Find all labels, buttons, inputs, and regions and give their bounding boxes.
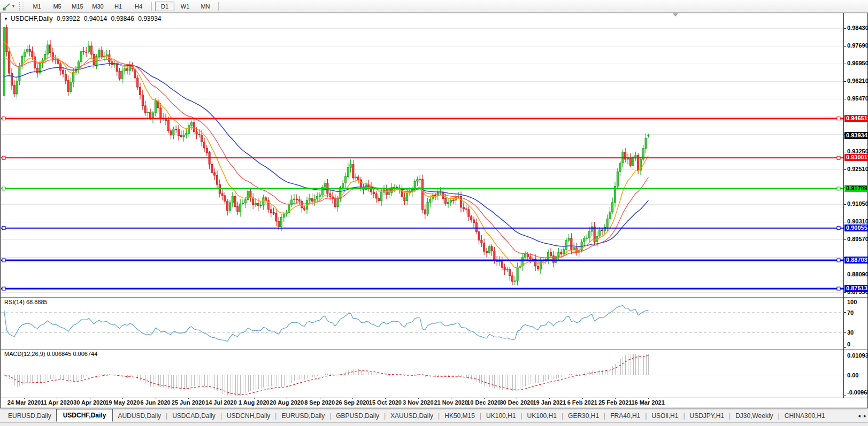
rsi-indicator-label: RSI(14) 68.8885	[4, 299, 48, 305]
tab-china300-h1[interactable]: CHINA300,H1	[780, 410, 830, 421]
chart-shift-marker-icon	[673, 13, 678, 17]
ohlc-high: 0.94014	[84, 15, 107, 22]
timeframe-button-m5[interactable]: M5	[48, 2, 67, 11]
toolbar-separator	[151, 2, 152, 11]
chart-toolbar: ▾ M1M5M15M30H1H4D1W1MN	[0, 0, 868, 13]
timeframe-button-w1[interactable]: W1	[175, 2, 195, 11]
tab-scroll-right-icon[interactable]: ▸	[864, 413, 866, 419]
line-handle	[837, 287, 840, 290]
ohlc-open: 0.93922	[57, 15, 80, 22]
tab-uk100-h1[interactable]: UK100,H1	[481, 410, 520, 421]
tab-hk50-m15[interactable]: HK50,M15	[440, 410, 480, 421]
tab-usdchf-daily[interactable]: USDCHF,Daily	[56, 409, 113, 422]
line-handle	[2, 227, 5, 230]
trading-terminal-window: ▾ M1M5M15M30H1H4D1W1MN ▼USDCHF,Daily 0.9…	[0, 0, 868, 426]
line-handle	[837, 117, 840, 120]
tab-gbpusd-daily[interactable]: GBPUSD,Daily	[331, 410, 384, 421]
tab-eurusd-daily[interactable]: EURUSD,Daily	[3, 410, 56, 421]
line-handle	[2, 187, 5, 190]
tab-usdjpy-h1[interactable]: USDJPY,H1	[685, 410, 729, 421]
ohlc-close: 0.93934	[138, 15, 161, 22]
timeframe-button-h4[interactable]: H4	[129, 2, 148, 11]
timeframe-button-m1[interactable]: M1	[27, 2, 47, 11]
tool-dropdown-caret-icon[interactable]: ▾	[12, 4, 14, 9]
tab-scroll-arrows: ◂▸	[858, 413, 866, 419]
chart-window-border	[1, 13, 868, 408]
tab-ger30-h1[interactable]: GER30,H1	[563, 410, 604, 421]
symbol-dropdown-icon[interactable]: ▼	[4, 17, 8, 21]
tab-usdcnh-daily[interactable]: USDCNH,Daily	[222, 410, 275, 421]
tab-eurusd-daily[interactable]: EURUSD,Daily	[276, 410, 329, 421]
macd-indicator-label: MACD(12,26,9) 0.006845 0.006744	[4, 351, 97, 357]
line-handle	[2, 156, 5, 159]
timeframe-button-m30[interactable]: M30	[88, 2, 107, 11]
timeframe-button-h1[interactable]: H1	[109, 2, 128, 11]
toolbar-grip[interactable]	[19, 2, 24, 11]
chart-header: ▼USDCHF,Daily 0.93922 0.94014 0.93846 0.…	[4, 15, 164, 22]
trendline-tool-icon[interactable]	[2, 2, 12, 11]
ma-45-line	[4, 64, 649, 246]
tab-uk100-h1[interactable]: UK100,H1	[523, 410, 562, 421]
axis-tick-marks	[25, 29, 847, 400]
tab-scroll-left-icon[interactable]: ◂	[858, 413, 861, 419]
chart-symbol-label: USDCHF,Daily	[11, 15, 53, 22]
tab-fra40-h1[interactable]: FRA40,H1	[605, 410, 645, 421]
line-handle	[837, 259, 840, 262]
tab-audusd-daily[interactable]: AUDUSD,Daily	[113, 410, 166, 421]
line-handle	[837, 227, 840, 230]
line-handle	[2, 117, 5, 120]
moving-average-lines	[4, 42, 649, 268]
toolbar-separator	[218, 2, 219, 11]
tab-usoil-h1[interactable]: USOil,H1	[647, 410, 683, 421]
line-handle	[2, 259, 5, 262]
ma-10-line	[4, 42, 649, 268]
timeframe-button-d1[interactable]: D1	[155, 2, 174, 11]
rsi-line	[4, 305, 649, 341]
chart-tab-bar: EURUSD,DailyUSDCHF,DailyAUDUSD,Daily|USD…	[0, 409, 868, 422]
line-handle	[837, 187, 840, 190]
timeframe-button-group: M1M5M15M30H1H4D1W1MN	[27, 2, 221, 11]
ohlc-low: 0.93846	[111, 15, 134, 22]
tab-xauusd-daily[interactable]: XAUUSD,Daily	[386, 410, 438, 421]
tab-dj30-weekly[interactable]: DJ30,Weekly	[731, 410, 778, 421]
line-handle	[837, 156, 840, 159]
chart-canvas[interactable]	[0, 0, 868, 426]
timeframe-button-m15[interactable]: M15	[68, 2, 87, 11]
tab-usdcad-daily[interactable]: USDCAD,Daily	[167, 410, 220, 421]
timeframe-button-mn[interactable]: MN	[196, 2, 215, 11]
line-handle	[2, 287, 5, 290]
